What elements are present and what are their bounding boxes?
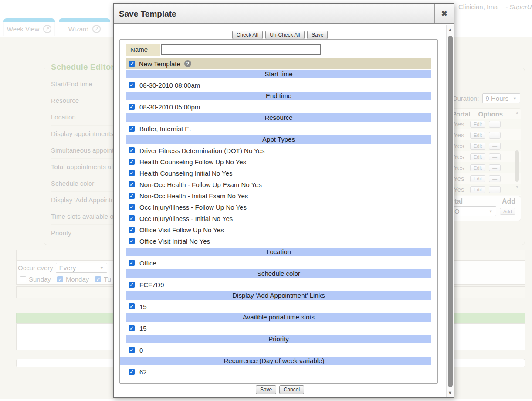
check-icon: ✓ <box>129 347 135 353</box>
field-value: Non-Occ Health - Follow Up Exam No Yes <box>139 181 262 188</box>
check-icon: ✓ <box>129 238 135 244</box>
save-top-button[interactable]: Save <box>307 31 328 39</box>
section-header: Location <box>126 248 431 256</box>
help-icon[interactable]: ? <box>184 60 191 67</box>
field-value: 62 <box>139 368 147 376</box>
scroll-down-icon[interactable]: ▼ <box>447 390 454 395</box>
uncheck-all-button[interactable]: Un-Check All <box>265 31 304 39</box>
template-field-row: ✓ Health Counseling Initial No Yes <box>126 167 431 179</box>
dialog-title: Save Template <box>114 4 434 23</box>
check-icon: ✓ <box>129 147 135 153</box>
template-name-input[interactable] <box>161 44 321 55</box>
section-header: Availible portal time slots <box>126 313 431 322</box>
field-value: 08-30-2010 08:00am <box>139 82 200 89</box>
cancel-button[interactable]: Cancel <box>279 385 304 394</box>
template-field-row: ✓ 15 <box>126 301 431 312</box>
save-button[interactable]: Save <box>256 385 276 394</box>
section-header: Appt Types <box>126 135 431 144</box>
field-checkbox[interactable]: ✓ <box>129 104 135 110</box>
field-value: FCF7D9 <box>139 281 164 289</box>
close-icon: ✖ <box>441 9 447 18</box>
section-header: End time <box>126 92 431 100</box>
field-checkbox[interactable]: ✓ <box>129 303 135 309</box>
check-icon: ✓ <box>129 82 135 88</box>
template-field-row: ✓ 62 <box>126 366 431 377</box>
template-field-row: ✓ Butler, Internist E. <box>126 123 431 134</box>
field-checkbox[interactable]: ✓ <box>129 159 135 165</box>
field-value: 15 <box>139 325 147 332</box>
template-field-row: ✓ Non-Occ Health - Initial Exam No Yes <box>126 190 431 201</box>
new-template-row: ✓ New Template ? <box>126 58 431 69</box>
save-template-dialog: Save Template ✖ Check All Un-Check All S… <box>113 3 454 398</box>
check-icon: ✓ <box>129 369 135 375</box>
section-header: Resource <box>126 113 431 122</box>
section-header: Display 'Add Appointment' Links <box>126 291 431 300</box>
check-icon: ✓ <box>129 170 135 176</box>
template-field-row: ✓ Office Visit Follow Up No Yes <box>126 224 431 235</box>
field-checkbox[interactable]: ✓ <box>129 181 135 187</box>
template-field-row: ✓ Office <box>126 257 431 268</box>
field-value: Office Visit Initial No Yes <box>139 238 210 245</box>
field-checkbox[interactable]: ✓ <box>129 369 135 375</box>
scrollbar-thumb[interactable] <box>448 36 453 387</box>
field-checkbox[interactable]: ✓ <box>129 215 135 221</box>
check-icon: ✓ <box>129 204 135 210</box>
dialog-scrollbar: ▲ ▼ <box>446 25 454 397</box>
field-checkbox[interactable]: ✓ <box>129 170 135 176</box>
template-field-row: ✓ 08-30-2010 05:00pm <box>126 101 431 112</box>
field-checkbox[interactable]: ✓ <box>129 204 135 210</box>
template-field-row: ✓ Non-Occ Health - Follow Up Exam No Yes <box>126 179 431 190</box>
field-value: 0 <box>139 347 143 354</box>
dialog-footer: Save Cancel <box>114 385 446 394</box>
name-label: Name <box>126 44 160 56</box>
field-checkbox[interactable]: ✓ <box>129 282 135 288</box>
check-icon: ✓ <box>129 126 135 132</box>
template-fields-box: Name ✓ New Template ? Start time ✓ 08-30… <box>119 39 438 384</box>
template-field-row: ✓ Occ Injury/Illness - Initial No Yes <box>126 213 431 224</box>
field-checkbox[interactable]: ✓ <box>129 238 135 244</box>
close-button[interactable]: ✖ <box>434 4 454 23</box>
field-checkbox[interactable]: ✓ <box>129 147 135 153</box>
field-value: Office <box>139 259 156 267</box>
dialog-header: Save Template ✖ <box>114 4 454 24</box>
check-icon: ✓ <box>129 282 135 288</box>
template-field-row: ✓ Driver Fitness Determination (DOT) No … <box>126 145 431 156</box>
check-icon: ✓ <box>129 159 135 165</box>
new-template-label: New Template <box>139 60 180 68</box>
section-header: Recurrence (Day of week variable) <box>119 357 431 365</box>
field-value: Health Counseling Follow Up No Yes <box>139 158 246 166</box>
name-row: Name <box>126 44 431 56</box>
field-checkbox[interactable]: ✓ <box>129 260 135 266</box>
field-value: Occ Injury/Illness - Initial No Yes <box>139 215 233 222</box>
section-header: Schedule color <box>126 269 431 278</box>
check-icon: ✓ <box>129 193 135 199</box>
field-value: Occ Injury/Illness - Follow Up No Yes <box>139 204 247 211</box>
check-icon: ✓ <box>129 303 135 309</box>
dialog-toolbar: Check All Un-Check All Save <box>114 31 446 39</box>
check-icon: ✓ <box>129 325 135 331</box>
field-checkbox[interactable]: ✓ <box>129 325 135 331</box>
template-field-row: ✓ 15 <box>126 323 431 334</box>
scroll-up-icon[interactable]: ▲ <box>447 27 454 32</box>
template-field-row: ✓ 0 <box>126 344 431 356</box>
section-header: Priority <box>126 335 431 343</box>
check-icon: ✓ <box>129 181 135 187</box>
template-field-row: ✓ FCF7D9 <box>126 279 431 290</box>
field-checkbox[interactable]: ✓ <box>129 347 135 353</box>
field-value: 15 <box>139 303 147 310</box>
field-value: Health Counseling Initial No Yes <box>139 170 232 177</box>
field-checkbox[interactable]: ✓ <box>129 193 135 199</box>
check-icon: ✓ <box>129 260 135 266</box>
new-template-checkbox[interactable]: ✓ <box>129 61 135 67</box>
field-checkbox[interactable]: ✓ <box>129 82 135 88</box>
screen: Clinician, Ima - SuperUser Week View ↗ W… <box>0 0 532 401</box>
field-checkbox[interactable]: ✓ <box>129 227 135 233</box>
check-icon: ✓ <box>129 61 135 67</box>
check-all-button[interactable]: Check All <box>232 31 263 39</box>
field-value: Driver Fitness Determination (DOT) No Ye… <box>139 147 265 154</box>
field-checkbox[interactable]: ✓ <box>129 126 135 132</box>
template-field-row: ✓ Occ Injury/Illness - Follow Up No Yes <box>126 201 431 213</box>
template-field-row: ✓ Office Visit Initial No Yes <box>126 235 431 247</box>
check-icon: ✓ <box>129 227 135 233</box>
field-value: Non-Occ Health - Initial Exam No Yes <box>139 192 248 200</box>
